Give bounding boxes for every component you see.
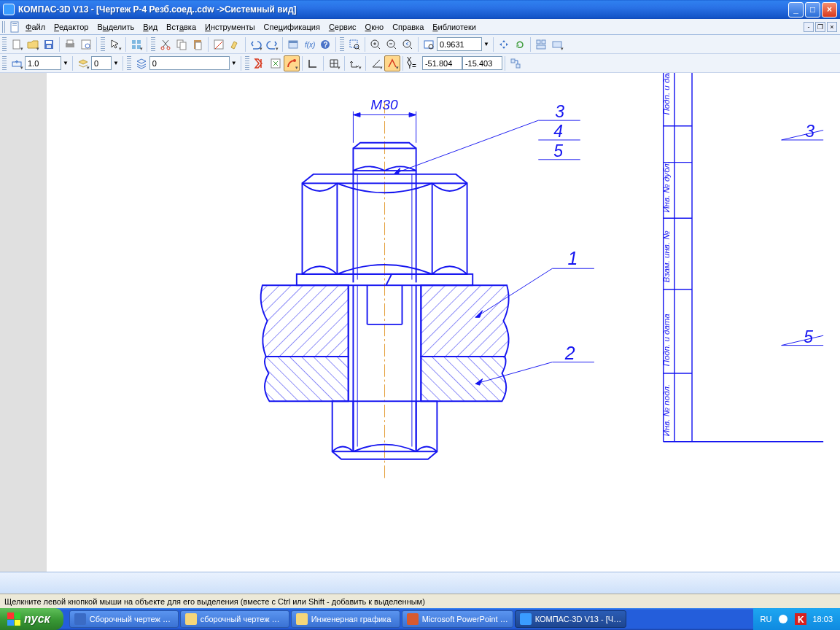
system-tray[interactable]: RU K 18:03	[753, 608, 840, 630]
layer-state-icon[interactable]	[75, 55, 91, 71]
taskbar-item-3[interactable]: Инженерная графика	[291, 610, 400, 628]
svg-rect-27	[350, 40, 357, 47]
right-callout-5: 5	[804, 327, 813, 346]
layers-button[interactable]	[133, 55, 149, 71]
menu-file[interactable]: Файл	[21, 21, 50, 33]
menu-libraries[interactable]: Библиотеки	[428, 21, 481, 33]
tray-icon-1[interactable]	[777, 613, 789, 625]
menu-spec[interactable]: Спецификация	[260, 21, 324, 33]
svg-rect-5	[46, 41, 52, 44]
mdi-restore[interactable]: ❐	[815, 22, 825, 32]
view-mgr-button[interactable]	[533, 36, 549, 52]
svg-rect-37	[553, 42, 561, 47]
layer-name-input[interactable]	[149, 56, 230, 70]
zoom-in-button[interactable]	[368, 36, 384, 52]
grip[interactable]	[2, 56, 7, 71]
lcs-button[interactable]	[347, 55, 363, 71]
taskbar-item-5[interactable]: КОМПАС-3D V13 - [Ч…	[515, 610, 626, 628]
menu-window[interactable]: Окно	[361, 21, 389, 33]
refresh-button[interactable]	[512, 36, 528, 52]
zoom-input[interactable]	[437, 37, 482, 51]
save-button[interactable]	[41, 36, 57, 52]
open-button[interactable]	[25, 36, 41, 52]
svg-rect-13	[132, 45, 136, 49]
svg-rect-42	[516, 64, 520, 68]
ortho-button[interactable]	[305, 55, 321, 71]
layer-num-input[interactable]	[91, 56, 112, 70]
zoom-out-button[interactable]	[384, 36, 400, 52]
menu-help[interactable]: Справка	[388, 21, 428, 33]
taskbar-item-1[interactable]: Сборочный чертеж …	[69, 610, 179, 628]
grid-button[interactable]	[326, 55, 342, 71]
maximize-button[interactable]: □	[805, 2, 820, 18]
print-button[interactable]	[62, 36, 78, 52]
close-button[interactable]: ×	[822, 2, 837, 18]
paste-button[interactable]	[190, 36, 206, 52]
coord-x[interactable]	[422, 56, 462, 70]
taskbar: пуск Сборочный чертеж … сборочный чертеж…	[0, 608, 840, 630]
menu-view[interactable]: Вид	[139, 21, 162, 33]
property-panel[interactable]	[0, 572, 840, 594]
callout-3: 3	[555, 102, 564, 121]
print-preview-button[interactable]	[78, 36, 94, 52]
pan-button[interactable]	[496, 36, 512, 52]
menu-edit[interactable]: Редактор	[50, 21, 93, 33]
undo-button[interactable]	[248, 36, 264, 52]
kompas-icon	[520, 613, 532, 625]
zoom-window-button[interactable]	[346, 36, 362, 52]
highlight-button[interactable]	[384, 55, 400, 71]
menubar-grip[interactable]	[2, 21, 7, 33]
taskbar-item-2[interactable]: сборочный чертеж …	[180, 610, 289, 628]
lang-indicator[interactable]: RU	[761, 615, 772, 623]
scale-input[interactable]	[25, 56, 61, 70]
grip[interactable]	[101, 37, 105, 52]
title-bar: КОМПАС-3D V13 - [Чертеж Р-4 Резб.соед..c…	[0, 0, 840, 19]
view-state-icon[interactable]	[9, 55, 25, 71]
grip[interactable]	[245, 56, 249, 71]
grip[interactable]	[151, 37, 155, 52]
param-button[interactable]	[268, 55, 284, 71]
view-states-button[interactable]	[549, 36, 565, 52]
copy-button[interactable]	[174, 36, 190, 52]
start-button[interactable]: пуск	[0, 608, 63, 630]
svg-line-96	[386, 274, 392, 285]
toolbars: f(x) ? ▼ ▼ ▼	[0, 35, 840, 73]
minimize-button[interactable]: _	[788, 2, 804, 18]
new-button[interactable]	[9, 36, 25, 52]
svg-rect-1	[12, 23, 17, 24]
coord-y[interactable]	[462, 56, 502, 70]
help-button[interactable]: ?	[317, 36, 333, 52]
select-button[interactable]	[107, 36, 123, 52]
assoc-button[interactable]	[508, 55, 524, 71]
copy-props-button[interactable]	[227, 36, 243, 52]
zoom-prev-button[interactable]	[400, 36, 416, 52]
library-mgr-button[interactable]	[285, 36, 301, 52]
menu-service[interactable]: Сервис	[324, 21, 361, 33]
folder-icon	[296, 613, 308, 625]
svg-rect-18	[180, 42, 186, 50]
svg-rect-21	[214, 40, 223, 49]
zoom-fit-button[interactable]	[421, 36, 437, 52]
svg-line-79	[782, 335, 823, 345]
cut-button[interactable]	[158, 36, 174, 52]
grip[interactable]	[340, 37, 344, 52]
menu-select[interactable]: Выделить	[93, 21, 139, 33]
taskbar-item-4[interactable]: Microsoft PowerPoint …	[402, 610, 513, 628]
redo-button[interactable]	[264, 36, 280, 52]
select-all-button[interactable]	[128, 36, 144, 52]
mdi-close[interactable]: ×	[827, 22, 837, 32]
snap-button[interactable]	[284, 55, 300, 71]
mdi-minimize[interactable]: -	[804, 22, 814, 32]
clock[interactable]: 18:03	[812, 615, 833, 623]
grip[interactable]	[2, 37, 7, 52]
menu-tools[interactable]: Инструменты	[201, 21, 260, 33]
snap-angle-button[interactable]	[368, 55, 384, 71]
drawing-canvas[interactable]: Подп. и дата Инв. № дубл. Взам. инв. № П…	[47, 73, 840, 572]
toolbar-standard: f(x) ? ▼	[0, 35, 840, 54]
end-cmd-button[interactable]	[252, 55, 268, 71]
grip[interactable]	[127, 56, 131, 71]
variables-button[interactable]: f(x)	[301, 36, 317, 52]
tray-icon-kaspersky[interactable]: K	[795, 613, 806, 625]
menu-insert[interactable]: Вставка	[162, 21, 201, 33]
properties-button[interactable]	[211, 36, 227, 52]
